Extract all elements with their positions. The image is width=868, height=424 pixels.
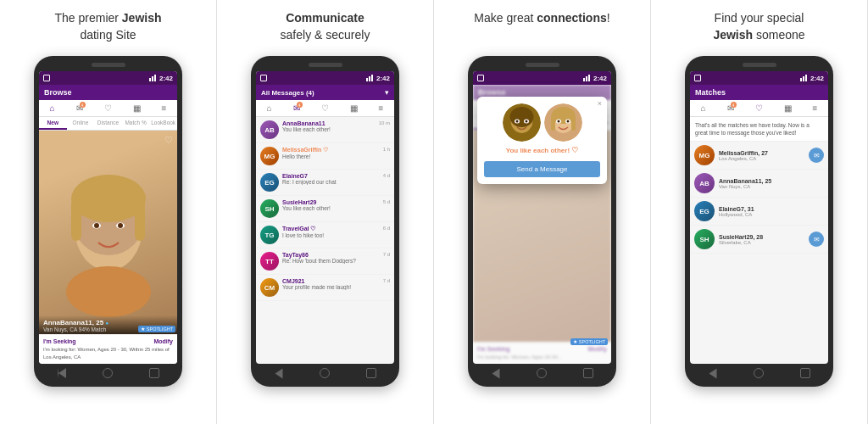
messages-title: All Messages (4) [261, 89, 314, 97]
phone-bottom-3 [473, 364, 611, 380]
nav-chart-4[interactable]: ▦ [784, 103, 792, 113]
msg-avatar-4: SH [260, 199, 279, 218]
svg-rect-20 [551, 115, 555, 131]
nav-menu[interactable]: ≡ [162, 103, 167, 113]
nav-mail[interactable]: ✉4 [76, 103, 83, 113]
nav-heart-2[interactable]: ♡ [321, 103, 329, 113]
msg-time-7: 7 d [383, 278, 390, 283]
recents-btn-2[interactable] [366, 368, 376, 378]
phone-matches: 2:42 Matches ⌂ ✉4 ♡ ▦ ≡ That's all the m… [685, 56, 833, 387]
send-message-btn[interactable]: Send a Message [484, 161, 600, 177]
match-list-item-2[interactable]: AB AnnaBanana11, 25 Van Nuys, CA [690, 170, 828, 198]
status-right-2: 2:42 [366, 75, 390, 82]
msg-text-1: You like each other! [282, 126, 376, 132]
sm1 [800, 78, 802, 81]
section-browse: The premier Jewishdating Site 2:42 [0, 0, 217, 424]
recents-btn-3[interactable] [583, 368, 593, 378]
msg-text-5: I love to hike too! [282, 232, 380, 238]
match-list-item-1[interactable]: MG MelissaGriffin, 27 Los Angeles, CA ✉ [690, 142, 828, 170]
tab-lookbook[interactable]: LookBook [149, 117, 177, 130]
msg-avatar-2: MG [260, 147, 279, 165]
modal-close-btn[interactable]: × [598, 99, 602, 108]
match-location-2: Van Nuys, CA [719, 184, 824, 189]
msg-name-4: SusieHart29 [282, 199, 380, 205]
section-connections: Make great connections! 2:42 Bro [434, 0, 651, 424]
status-time-4: 2:42 [810, 75, 824, 82]
sc1 [583, 78, 585, 81]
battery-icon-3 [477, 75, 484, 81]
signal-icon-4 [800, 75, 807, 81]
back-btn-2[interactable] [275, 368, 283, 378]
nav-chart-2[interactable]: ▦ [350, 103, 358, 113]
tabs-row: New Online Distance Match % LookBook [39, 117, 177, 131]
battery-icon-4 [694, 75, 701, 81]
msg-item-6[interactable]: TT TayTay86 Re: How 'bout them Dodgers? … [256, 248, 394, 275]
bar1 [149, 78, 151, 81]
status-left [43, 75, 50, 81]
back-btn[interactable] [58, 368, 66, 378]
nav-home-2[interactable]: ⌂ [267, 103, 272, 113]
back-btn-3[interactable] [492, 368, 500, 378]
match-name-1: MelissaGriffin, 27 [719, 150, 804, 156]
nav-mail-2[interactable]: ✉4 [293, 103, 300, 113]
tab-distance[interactable]: Distance [94, 117, 122, 130]
section-messages: Communicatesafely & securely 2:42 All Me… [217, 0, 434, 424]
nav-menu-2[interactable]: ≡ [379, 103, 384, 113]
home-btn-4[interactable] [754, 368, 764, 378]
tab-match[interactable]: Match % [122, 117, 150, 130]
nav-mail-4[interactable]: ✉4 [727, 103, 734, 113]
back-btn-4[interactable] [709, 368, 717, 378]
match-text: You like each other! ♡ [484, 146, 600, 154]
status-bar: 2:42 [39, 71, 177, 85]
messages-header: All Messages (4) ▾ [256, 85, 394, 100]
match-avatar-1: MG [694, 145, 715, 165]
spotlight-badge-3: ★ SPOTLIGHT [570, 338, 608, 345]
tab-online[interactable]: Online [67, 117, 95, 130]
favorite-icon[interactable]: ♡ [164, 135, 173, 146]
nav-heart[interactable]: ♡ [104, 103, 112, 113]
status-time-2: 2:42 [376, 75, 390, 82]
msg-item-2[interactable]: MG MelissaGriffin ♡ Hello there! 1 h [256, 143, 394, 170]
match-name-3: ElaineG7, 31 [719, 206, 824, 212]
match-avatar-3: EG [694, 201, 715, 221]
signal-icon-3 [583, 75, 590, 81]
message-btn-1[interactable]: ✉ [809, 148, 824, 163]
nav-menu-4[interactable]: ≡ [813, 103, 818, 113]
nav-heart-4[interactable]: ♡ [755, 103, 763, 113]
phone-speaker-2 [309, 63, 342, 67]
signal-icon [149, 75, 156, 81]
nav-home[interactable]: ⌂ [50, 103, 55, 113]
msg-item-4[interactable]: SH SusieHart29 You like each other! 5 d [256, 196, 394, 222]
svg-point-24 [557, 120, 559, 123]
msg-item-3[interactable]: EG ElaineG7 Re: I enjoyed our chat 4 d [256, 170, 394, 196]
home-btn-3[interactable] [537, 368, 547, 378]
seeking-modify-btn[interactable]: Modify [153, 338, 173, 344]
recents-btn[interactable] [149, 368, 159, 378]
status-bar-3: 2:42 [473, 71, 611, 85]
svg-point-25 [566, 120, 569, 123]
match-list-item-3[interactable]: EG ElaineG7, 31 Hollywood, CA [690, 198, 828, 226]
msg-item-7[interactable]: CM CMJ921 Your profile made me laugh! 7 … [256, 275, 394, 301]
msg-item-1[interactable]: AB AnnaBanana11 You like each other! 10 … [256, 117, 394, 143]
message-btn-4[interactable]: ✉ [809, 232, 824, 247]
match-location-4: Silverlake, CA [719, 240, 804, 245]
match-info-4: SusieHart29, 28 Silverlake, CA [719, 234, 804, 245]
phone-connections: 2:42 Browse ⌂ ✉ ♡ ▦ ≡ New Online Di [468, 56, 616, 387]
msg-item-5[interactable]: TG TravelGal ♡ I love to hike too! 6 d [256, 222, 394, 248]
match-info-1: MelissaGriffin, 27 Los Angeles, CA [719, 150, 804, 161]
nav-home-4[interactable]: ⌂ [701, 103, 706, 113]
match-list-item-4[interactable]: SH SusieHart29, 28 Silverlake, CA ✉ [690, 226, 828, 254]
home-btn-2[interactable] [320, 368, 330, 378]
recents-btn-4[interactable] [800, 368, 810, 378]
msg-text-2: Hello there! [282, 153, 380, 159]
msg-name-2: MelissaGriffin ♡ [282, 147, 380, 153]
msg-text-6: Re: How 'bout them Dodgers? [282, 258, 380, 264]
home-btn[interactable] [103, 368, 113, 378]
sb2 [369, 76, 370, 81]
nav-chart[interactable]: ▦ [133, 103, 141, 113]
msg-avatar-3: EG [260, 173, 279, 192]
matches-notice: That's all the matches we have today. No… [690, 117, 828, 142]
dropdown-icon[interactable]: ▾ [385, 88, 389, 97]
tab-new[interactable]: New [39, 117, 67, 130]
phone-bottom-4 [690, 364, 828, 380]
